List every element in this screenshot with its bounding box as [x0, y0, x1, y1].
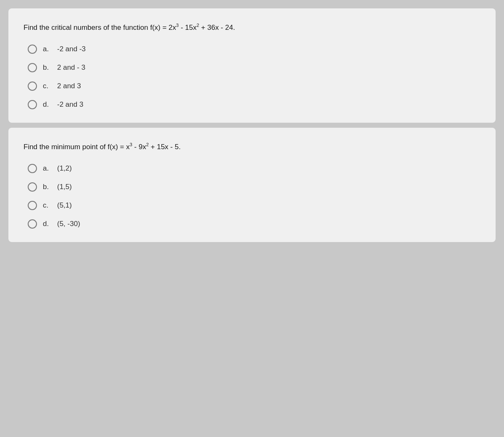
question-card-2: Find the minimum point of f(x) = x3 - 9x…	[8, 128, 496, 242]
option-label-2a: a.	[43, 164, 51, 173]
option-label-1a: a.	[43, 45, 51, 53]
question-1-text: Find the critical numbers of the functio…	[24, 22, 480, 33]
option-value-1a: -2 and -3	[57, 45, 86, 53]
radio-2d[interactable]	[28, 219, 37, 229]
option-label-1c: c.	[43, 82, 51, 90]
radio-1b[interactable]	[28, 63, 37, 72]
question-card-1: Find the critical numbers of the functio…	[8, 8, 496, 123]
radio-1a[interactable]	[28, 45, 37, 54]
option-label-2d: d.	[43, 220, 51, 228]
option-1a[interactable]: a. -2 and -3	[28, 45, 480, 54]
option-value-1b: 2 and - 3	[57, 63, 85, 72]
option-1c[interactable]: c. 2 and 3	[28, 82, 480, 91]
option-2a[interactable]: a. (1,2)	[28, 164, 480, 173]
option-2c[interactable]: c. (5,1)	[28, 201, 480, 210]
question-1-options: a. -2 and -3 b. 2 and - 3 c. 2 and 3 d. …	[24, 45, 480, 109]
radio-2b[interactable]	[28, 182, 37, 192]
option-2d[interactable]: d. (5, -30)	[28, 219, 480, 229]
radio-1d[interactable]	[28, 100, 37, 109]
radio-2a[interactable]	[28, 164, 37, 173]
radio-1c[interactable]	[28, 82, 37, 91]
option-value-1c: 2 and 3	[57, 82, 81, 90]
option-2b[interactable]: b. (1,5)	[28, 182, 480, 192]
option-label-1b: b.	[43, 63, 51, 72]
option-1b[interactable]: b. 2 and - 3	[28, 63, 480, 72]
radio-2c[interactable]	[28, 201, 37, 210]
option-1d[interactable]: d. -2 and 3	[28, 100, 480, 109]
option-value-2d: (5, -30)	[57, 220, 80, 228]
question-2-options: a. (1,2) b. (1,5) c. (5,1) d. (5, -30)	[24, 164, 480, 229]
question-2-text: Find the minimum point of f(x) = x3 - 9x…	[24, 141, 480, 152]
option-value-2a: (1,2)	[57, 164, 72, 173]
option-label-2c: c.	[43, 201, 51, 210]
option-value-2c: (5,1)	[57, 201, 72, 210]
option-value-2b: (1,5)	[57, 183, 72, 191]
option-value-1d: -2 and 3	[57, 100, 83, 109]
option-label-2b: b.	[43, 183, 51, 191]
option-label-1d: d.	[43, 100, 51, 109]
